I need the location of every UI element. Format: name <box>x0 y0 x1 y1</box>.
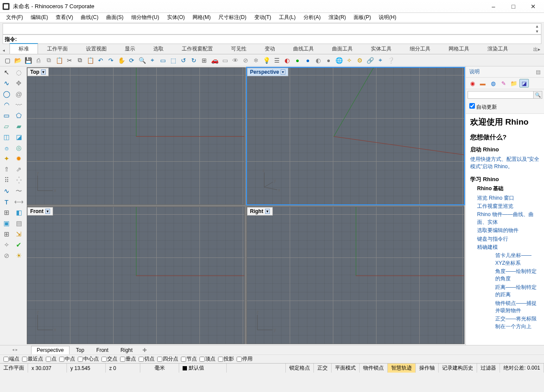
freeze-icon[interactable]: ❄ <box>251 56 261 65</box>
help-icon[interactable]: ❔ <box>386 56 395 65</box>
help-link[interactable]: 巡览 Rhino 窗口 <box>477 194 540 202</box>
chrome-icon[interactable]: ● <box>324 56 333 65</box>
status-toggle[interactable]: 操作轴 <box>416 364 439 373</box>
options-icon[interactable]: ⚙ <box>355 56 364 65</box>
help-search-button[interactable]: 🔍 <box>534 91 542 99</box>
url-icon[interactable]: 🔗 <box>365 56 375 65</box>
pipe-icon[interactable]: ◎ <box>13 143 25 153</box>
libraries-icon[interactable]: 📁 <box>509 79 519 88</box>
help-link[interactable]: 工作视窗里巡览 <box>477 202 540 210</box>
set-cplane-icon[interactable]: 🚗 <box>210 56 219 65</box>
help-content[interactable]: 欢迎使用 Rhino 您想做什么? 启动 Rhino 使用快捷方式、配置以及"安… <box>466 114 544 345</box>
menu-item[interactable]: 查看(V) <box>52 13 76 22</box>
polygon-icon[interactable]: ⬠ <box>13 110 25 121</box>
viewport-perspective[interactable]: Perspective▾ xzy <box>247 67 465 205</box>
zoom-icon[interactable]: 🔍 <box>137 56 147 65</box>
viewport-menu-icon[interactable]: ▾ <box>41 69 46 75</box>
spark-icon[interactable]: ✧ <box>345 56 354 65</box>
box-icon[interactable]: ◫ <box>1 132 12 142</box>
menu-item[interactable]: 面板(P) <box>350 13 374 22</box>
redo-view-icon[interactable]: ↻ <box>189 56 199 65</box>
viewport-right[interactable]: Right▾ yz <box>247 207 465 344</box>
rotate-icon[interactable]: ⟳ <box>127 56 136 65</box>
pts-icon[interactable]: ⠿ <box>1 175 12 185</box>
help-link[interactable]: 笛卡儿坐标——XYZ坐标系 <box>495 251 540 267</box>
osnap-节点[interactable]: 节点 <box>181 355 197 363</box>
text-icon[interactable]: T <box>1 197 12 207</box>
maximize-button[interactable]: □ <box>503 0 523 13</box>
undo-icon[interactable]: ↶ <box>96 56 105 65</box>
menu-item[interactable]: 渲染(R) <box>325 13 350 22</box>
viewport-top[interactable]: Top▾ xy <box>27 67 245 205</box>
osnap-投影[interactable]: 投影 <box>218 355 234 363</box>
rect-icon[interactable]: ▭ <box>1 110 12 121</box>
menu-item[interactable]: 尺寸标注(D) <box>215 13 250 22</box>
mirror-icon[interactable]: ◧ <box>13 207 25 218</box>
grid-icon[interactable]: ⊞ <box>1 229 12 239</box>
sphere-icon[interactable]: ● <box>303 56 313 65</box>
named-view-icon[interactable]: ▭ <box>220 56 230 65</box>
snap-icon[interactable]: ⇲ <box>13 229 25 239</box>
circle-icon[interactable]: ◯ <box>1 89 12 99</box>
osnap-点[interactable]: 点 <box>46 355 57 363</box>
freeform-icon[interactable]: 〰 <box>13 100 25 110</box>
menu-item[interactable]: 曲面(S) <box>103 13 127 22</box>
undo-view-icon[interactable]: ↺ <box>179 56 188 65</box>
status-toggle[interactable]: 平面模式 <box>332 364 360 373</box>
render-icon[interactable]: ● <box>293 56 302 65</box>
layers-icon[interactable]: ☰ <box>272 56 281 65</box>
status-toggle[interactable]: 记录建构历史 <box>439 364 477 373</box>
render-icon[interactable]: ▬ <box>478 79 487 88</box>
solid-icon[interactable]: ◪ <box>13 132 25 142</box>
help-search-input[interactable] <box>468 91 534 99</box>
pan-icon[interactable]: ✋ <box>117 56 126 65</box>
cylinder-icon[interactable]: ⌾ <box>1 143 12 153</box>
toolbar-tab[interactable]: 渲染工具 <box>478 44 517 54</box>
toolbar-tab[interactable]: 设置视图 <box>77 44 116 54</box>
surface-icon[interactable]: ▱ <box>1 121 12 132</box>
help-link[interactable]: Rhino 物件——曲线、曲面、实体 <box>477 210 540 226</box>
explode-blast-icon[interactable]: ✹ <box>13 154 25 164</box>
help-link[interactable]: 物件锁点——捕捉并吸附物件 <box>495 299 540 315</box>
help-link[interactable]: 键盘与指令行 <box>477 235 540 243</box>
osnap-顶点[interactable]: 顶点 <box>199 355 215 363</box>
toolbar-tab[interactable]: 变动 <box>256 44 284 54</box>
viewport-front[interactable]: Front▾ xz <box>27 207 245 344</box>
cut-icon[interactable]: ✂ <box>65 56 74 65</box>
trash-icon[interactable]: ⊘ <box>1 251 12 261</box>
loft-icon[interactable]: ⇗ <box>13 164 25 175</box>
panel-menu-icon[interactable]: ▤ <box>536 69 541 75</box>
earth-icon[interactable]: 🌐 <box>334 56 344 65</box>
toolbar-tab[interactable]: 标准 <box>9 43 38 54</box>
ungroup-icon[interactable]: ▤ <box>13 218 25 229</box>
command-input[interactable] <box>17 36 539 42</box>
explode-icon[interactable]: ✧ <box>1 240 12 250</box>
viewport-tab[interactable]: Right <box>115 346 138 354</box>
auto-update-checkbox[interactable]: 自动更新 <box>469 104 497 110</box>
toolbar-tab[interactable]: 可见性 <box>222 44 256 54</box>
star-icon[interactable]: ✦ <box>1 154 12 164</box>
menu-item[interactable]: 工具(L) <box>275 13 299 22</box>
annotate-icon[interactable]: 〜 <box>13 186 25 196</box>
status-toggle[interactable]: 正交 <box>314 364 332 373</box>
copy-clip-icon[interactable]: ⧉ <box>44 56 54 65</box>
add-viewport-tab[interactable]: ✚ <box>139 346 150 354</box>
help-link[interactable]: 距离——绘制特定的距离 <box>495 283 540 299</box>
4view-icon[interactable]: ⊞ <box>199 56 209 65</box>
toolbar-tab[interactable]: 选取 <box>144 44 173 54</box>
viewport-menu-icon[interactable]: ▾ <box>281 69 285 75</box>
zoom-win-icon[interactable]: ▭ <box>158 56 168 65</box>
osnap-端点[interactable]: 端点 <box>3 355 19 363</box>
toolbar-tab[interactable]: 网格工具 <box>440 44 478 54</box>
check-icon[interactable]: ✔ <box>13 240 25 250</box>
coord-icon[interactable]: ⌖ <box>376 56 385 65</box>
osnap-停用[interactable]: 停用 <box>237 355 253 363</box>
status-toggle[interactable]: 过滤器 <box>477 364 500 373</box>
paste2-icon[interactable]: 📋 <box>85 56 95 65</box>
curves-icon[interactable]: @ <box>13 89 25 99</box>
print-icon[interactable]: ⎙ <box>34 56 43 65</box>
pointer-icon[interactable]: ↖ <box>1 67 12 78</box>
menu-item[interactable]: 文件(F) <box>3 13 26 22</box>
zoom-sel-icon[interactable]: ⬚ <box>168 56 178 65</box>
environment-icon[interactable]: ◍ <box>488 79 498 88</box>
